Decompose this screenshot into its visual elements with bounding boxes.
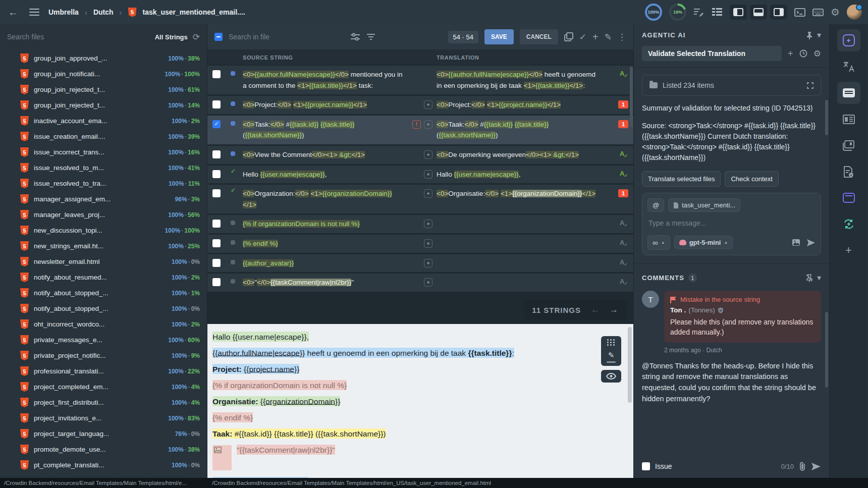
translation-string[interactable]: Hallo {{user.name|escape}}, bbox=[437, 169, 606, 180]
new-chat-icon[interactable]: + bbox=[788, 48, 793, 59]
source-string[interactable]: <0>"</0>{{taskComment|raw|nl2br}}" bbox=[243, 277, 412, 288]
file-list-item[interactable]: 5notify_about_stopped_...100%·0% bbox=[0, 301, 207, 316]
file-list-item[interactable]: 5new_strings_email.ht...100%·25% bbox=[0, 238, 207, 254]
select-all-checkbox[interactable] bbox=[214, 33, 223, 41]
file-list-item[interactable]: 5project_invitations_e...100%·83% bbox=[0, 410, 207, 426]
filter-icon[interactable] bbox=[366, 33, 375, 40]
file-list-item[interactable]: 5private_messages_e...100%·60% bbox=[0, 332, 207, 348]
mode-selector[interactable]: ∞▲ bbox=[647, 235, 670, 250]
source-string[interactable]: <0>View the Comment</0><1> &gt;</1> bbox=[243, 149, 412, 160]
prev-page-icon[interactable]: ← bbox=[591, 305, 600, 315]
row-checkbox[interactable] bbox=[212, 259, 221, 267]
file-list-item[interactable]: 5private_project_notific...100%·9% bbox=[0, 348, 207, 363]
rail-file-info-icon[interactable] bbox=[837, 160, 860, 183]
search-in-file-input[interactable] bbox=[229, 33, 344, 41]
toggle-left-panel-button[interactable] bbox=[730, 5, 747, 20]
search-files-input[interactable] bbox=[7, 33, 150, 41]
toggle-bottom-panel-button[interactable] bbox=[750, 5, 767, 20]
rail-ai-sync-icon[interactable] bbox=[837, 213, 860, 235]
string-row[interactable]: <0>Project:</0> <1>{{project.name}}</1>★… bbox=[207, 96, 633, 114]
context-icon[interactable]: ★ bbox=[424, 189, 432, 198]
approve-icon[interactable]: ✓ bbox=[579, 32, 586, 42]
rail-article-icon[interactable] bbox=[837, 108, 860, 130]
add-string-icon[interactable]: + bbox=[592, 31, 599, 43]
row-checkbox[interactable] bbox=[212, 220, 221, 228]
qa-issue-badge[interactable]: 1 bbox=[618, 100, 628, 109]
ai-message-input[interactable] bbox=[648, 219, 817, 227]
back-button[interactable]: ← bbox=[6, 5, 20, 19]
string-row[interactable]: <0>View the Comment</0><1> &gt;</1>★<0>D… bbox=[207, 146, 633, 164]
save-button[interactable]: SAVE bbox=[484, 29, 514, 44]
file-list-item[interactable]: 5issue_resolved_to_m...100%·41% bbox=[0, 160, 207, 176]
source-string[interactable]: {% if organizationDomain is not null %} bbox=[243, 219, 412, 230]
row-checkbox[interactable] bbox=[212, 278, 221, 286]
translation-string[interactable]: <0>{{author.fullName|escape}}</0> heeft … bbox=[437, 69, 606, 91]
file-list-item[interactable]: 5pt_complete_translati...100%·0% bbox=[0, 457, 207, 473]
approved-progress-ring[interactable]: 19% bbox=[669, 4, 686, 21]
listed-items-card[interactable]: Listed 234 items bbox=[642, 75, 821, 96]
highlight-mode-icon[interactable]: ✎ bbox=[604, 351, 618, 363]
context-icon[interactable]: ★ bbox=[424, 278, 432, 287]
collapse-panel-icon[interactable]: ▾ bbox=[817, 30, 821, 40]
translation-string[interactable]: <0>De opmerking weergeven</0><1> &gt;</1… bbox=[437, 149, 606, 160]
string-row[interactable]: ✓Hello {{user.name|escape}},★Hallo {{use… bbox=[207, 166, 633, 184]
file-list-item[interactable]: 5notify_about_resumed...100%·2% bbox=[0, 269, 207, 285]
collapse-comments-icon[interactable]: ▾ bbox=[817, 273, 821, 283]
cancel-button[interactable]: CANCEL bbox=[520, 29, 558, 44]
context-icon[interactable]: ★ bbox=[424, 100, 432, 109]
file-list-item[interactable]: 5professional_translati...100%·22% bbox=[0, 363, 207, 379]
row-checkbox[interactable]: ✓ bbox=[212, 120, 221, 128]
more-options-icon[interactable]: ⋮ bbox=[618, 32, 626, 42]
issue-checkbox[interactable] bbox=[642, 462, 650, 470]
row-checkbox[interactable] bbox=[212, 239, 221, 247]
translated-progress-ring[interactable]: 100% bbox=[645, 4, 662, 21]
keyboard-icon[interactable] bbox=[812, 9, 824, 16]
unpin-icon[interactable] bbox=[805, 274, 813, 282]
file-list-item[interactable]: 5manager_leaves_proj...100%·56% bbox=[0, 207, 207, 223]
file-list-item[interactable]: 5issue_resolved_to_tra...100%·11% bbox=[0, 176, 207, 191]
source-string[interactable]: {{author_avatar}} bbox=[243, 258, 412, 269]
context-icon[interactable]: ★ bbox=[424, 239, 432, 248]
terminal-icon[interactable] bbox=[794, 8, 805, 17]
rail-app-window-icon[interactable] bbox=[837, 187, 860, 209]
file-list-item[interactable]: 5new_discussion_topi...100%·100% bbox=[0, 223, 207, 238]
file-list-item[interactable]: 5project_completed_em...100%·4% bbox=[0, 379, 207, 395]
model-selector[interactable]: gpt-5-mini▲ bbox=[674, 236, 733, 249]
strings-filter-dropdown[interactable]: All Strings bbox=[155, 33, 188, 41]
file-list-item[interactable]: 5group_join_notificati...100%·100% bbox=[0, 66, 207, 82]
source-string[interactable]: <0>Organization:</0> <1>{{organizationDo… bbox=[243, 188, 412, 210]
translation-string[interactable]: <0>Organisatie:</0> <1>{{organizationDom… bbox=[437, 188, 606, 199]
file-list-item[interactable]: 5promote_demote_use...100%·38% bbox=[0, 442, 207, 457]
string-row[interactable]: <0>{{author.fullName|escape}}</0> mentio… bbox=[207, 66, 633, 94]
mention-button[interactable]: @ bbox=[647, 198, 664, 212]
string-row[interactable]: {{author_avatar}}★A✓ bbox=[207, 254, 633, 273]
breadcrumb-language[interactable]: Dutch bbox=[93, 8, 114, 16]
translate-selected-files-button[interactable]: Translate selected files bbox=[642, 171, 721, 187]
attached-file-chip[interactable]: task_user_menti... bbox=[668, 198, 740, 212]
file-list-item[interactable]: 5group_join_approved_...100%·38% bbox=[0, 50, 207, 66]
string-row[interactable]: <0>"</0>{{taskComment|raw|nl2br}}"★A✓ bbox=[207, 274, 633, 292]
file-list-item[interactable]: 5group_join_rejected_t...100%·61% bbox=[0, 82, 207, 97]
edit-icon[interactable]: ✎ bbox=[605, 32, 612, 42]
string-row[interactable]: ✓<0>Task:</0> #{{task.id}} {{task.title}… bbox=[207, 116, 633, 144]
breadcrumb-file[interactable]: task_user_mentioned_email.... bbox=[143, 8, 245, 16]
send-message-icon[interactable] bbox=[806, 239, 816, 247]
file-list-item[interactable]: 5newsletter_email.html100%·0% bbox=[0, 254, 207, 269]
file-list-item[interactable]: 5manager_assigned_em...96%·3% bbox=[0, 191, 207, 207]
string-row[interactable]: {% if organizationDomain is not null %}★… bbox=[207, 215, 633, 233]
issue-comment-icon[interactable]: ! bbox=[412, 120, 421, 129]
context-icon[interactable]: ★ bbox=[424, 220, 432, 228]
row-checkbox[interactable] bbox=[212, 70, 221, 78]
file-list-item[interactable]: 5project_first_distributi...100%·4% bbox=[0, 395, 207, 410]
translation-string[interactable]: <0>Project:</0> <1>{{project.name}}</1> bbox=[437, 99, 606, 111]
file-list-item[interactable]: 5issue_incorrect_trans...100%·16% bbox=[0, 144, 207, 160]
qa-issue-badge[interactable]: 1 bbox=[618, 120, 628, 128]
row-checkbox[interactable] bbox=[212, 189, 221, 197]
history-icon[interactable] bbox=[799, 49, 807, 58]
file-list-item[interactable]: 5oht_incorrect_wordco...100%·2% bbox=[0, 316, 207, 332]
row-checkbox[interactable] bbox=[212, 170, 221, 178]
row-checkbox[interactable] bbox=[212, 100, 221, 109]
send-comment-icon[interactable] bbox=[811, 462, 821, 471]
comment-reply-draft[interactable]: @Tonnes Thanks for the heads-up. Before … bbox=[634, 354, 829, 405]
copy-source-icon[interactable] bbox=[564, 32, 573, 41]
